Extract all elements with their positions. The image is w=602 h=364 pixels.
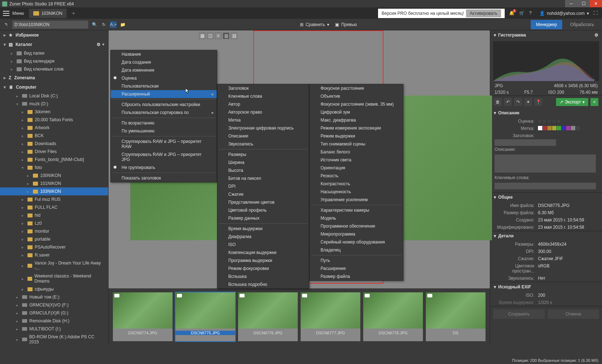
menu-item[interactable]: Электронная цифровая подпись <box>217 124 309 132</box>
folder-tree-item[interactable]: ▸Artwork <box>0 124 108 132</box>
menu-item[interactable]: Режим измерения экспозиции <box>310 124 403 132</box>
menu-item[interactable]: Вспышка <box>217 272 309 280</box>
exif-header[interactable]: ▾Исходный EXIF <box>490 282 602 292</box>
folder-tree-item[interactable]: ▸Vance Joy - Dream Your Life Away -... <box>0 259 108 272</box>
menu-item[interactable]: Сжатие <box>217 190 309 198</box>
tools-icon[interactable]: ✦ <box>524 98 532 106</box>
plus-icon[interactable]: + <box>102 42 105 47</box>
thumbnail[interactable]: DSCN8774.JPG <box>113 292 173 341</box>
search-icon[interactable]: 🔍 <box>91 21 98 28</box>
menu-item[interactable]: Показать заголовок <box>111 174 217 182</box>
catalog-item[interactable]: ▸Вид ключевых слов <box>0 65 108 73</box>
menu-item[interactable]: Не группировать <box>111 164 217 172</box>
menu-item[interactable]: Дата создания <box>111 58 217 66</box>
hamburger-icon[interactable] <box>3 11 9 16</box>
menu-item[interactable]: Цифровой зум <box>310 108 403 116</box>
folder-tree-item[interactable]: ▸GRMCEN(X)VO (F:) <box>0 301 108 309</box>
rating-stars[interactable]: ☆☆☆☆☆ <box>538 119 561 124</box>
folder-tree-item[interactable]: ▸3domen <box>0 108 108 116</box>
menu-item[interactable]: Баланс белого <box>310 148 403 156</box>
viewmode-tiles-icon[interactable]: ▧ <box>231 33 237 39</box>
sort-button[interactable]: A↓▾ <box>110 21 116 28</box>
folder-tree-item[interactable]: ▸portable <box>0 235 108 243</box>
menu-item[interactable]: Модель <box>310 214 403 222</box>
menu-item[interactable]: Компенсация выдержки <box>217 249 309 257</box>
catalog-item[interactable]: ▸Вид папки <box>0 49 108 57</box>
menu-item[interactable]: Источник света <box>310 156 403 164</box>
menu-item[interactable]: Ширина <box>217 158 309 166</box>
menu-item[interactable]: Программное обеспечение <box>310 222 403 230</box>
thumbnail[interactable]: DS <box>426 292 486 341</box>
folder-tree-item[interactable]: ▸PSAutoRecover <box>0 243 108 251</box>
process-mode-button[interactable]: Обработать <box>565 20 599 29</box>
menu-item[interactable]: Программа выдержки <box>217 257 309 264</box>
favorites-group[interactable]: ▸★ Избранное <box>0 30 108 40</box>
menu-item[interactable]: Сгруппировать RAW и JPG – приоритет JPG <box>111 151 217 164</box>
menu-item[interactable]: Пользовательская <box>111 82 217 90</box>
rotate-right-icon[interactable]: ↷ <box>514 98 522 106</box>
folder-tree-item[interactable]: ▸Local Disk (C:) <box>0 92 108 100</box>
menu-item[interactable]: Владелец <box>310 246 403 254</box>
menu-button[interactable]: Меню <box>12 11 24 16</box>
menu-item[interactable]: Объектив <box>310 92 403 100</box>
menu-item[interactable]: Автор <box>217 100 309 108</box>
cancel-button[interactable]: Отмена <box>548 309 599 319</box>
folder-tree-item[interactable]: ▸Ful muz RUS <box>0 195 108 203</box>
menu-item[interactable]: Ключевые слова <box>217 92 309 100</box>
menu-item[interactable]: Контрастность <box>310 180 403 188</box>
menu-item[interactable]: DPI <box>217 182 309 190</box>
menu-item[interactable]: Оценка <box>111 74 217 82</box>
keywords-input[interactable] <box>495 183 596 189</box>
menu-item[interactable]: Сгруппировать RAW и JPG – приоритет RAW <box>111 137 217 151</box>
details-header[interactable]: ▾Детали <box>490 231 602 241</box>
help-icon[interactable]: ? <box>529 10 535 16</box>
gear-icon[interactable]: ⚙ <box>594 33 598 38</box>
menu-item[interactable]: Размер файла <box>310 272 403 280</box>
folder-tree-item[interactable]: ▸GRMCULF(X)R (G:) <box>0 309 108 317</box>
menu-item[interactable]: Тип снимаемой сцены <box>310 140 403 148</box>
menu-item[interactable]: Макс. диафрагма <box>310 116 403 124</box>
menu-item[interactable]: Название <box>111 50 217 58</box>
description-textarea[interactable] <box>495 155 596 173</box>
menu-item[interactable]: По возрастанию <box>111 119 217 127</box>
folder-tree-item[interactable]: ▸hid <box>0 211 108 219</box>
viewmode-list-icon[interactable]: ≡ <box>215 33 221 39</box>
preview-button[interactable]: ▣ Превью <box>335 22 357 27</box>
menu-item[interactable]: Размер данных <box>217 214 309 222</box>
folder-tree-item[interactable]: ▸20.000 Tattoo Fonts <box>0 116 108 124</box>
folder-tree-item[interactable]: ▸Removable Disk (H:) <box>0 317 108 325</box>
menu-item[interactable]: Расширение <box>310 264 403 272</box>
thumbnail[interactable]: DSCN8776.JPG <box>238 292 298 341</box>
folder-tree-item[interactable]: ▸Driver Files <box>0 148 108 156</box>
catalog-item[interactable]: ▸Вид календаря <box>0 57 108 65</box>
folder-tree-item[interactable]: ▾muzk (D:) <box>0 100 108 108</box>
menu-item[interactable]: Режим выдержки <box>310 132 403 140</box>
folder-tree-item[interactable]: ▸Новый том (E:) <box>0 293 108 301</box>
thumbnail[interactable]: DSCN8777.JPG <box>301 292 360 341</box>
menu-item[interactable]: Дата изменения <box>111 66 217 74</box>
histogram-header[interactable]: ▾Гистограмма⚙ <box>490 30 602 40</box>
folder-tree-item[interactable]: ▸FULL FLAC <box>0 203 108 211</box>
menu-item[interactable]: Ориентация <box>310 164 403 172</box>
export-button[interactable]: ↗ Экспорт ▾ <box>556 98 588 106</box>
folder-tree-item[interactable]: ▾foto <box>0 164 108 172</box>
menu-item[interactable]: Описание <box>217 132 309 140</box>
folder-tree-item[interactable]: ▸Weekend classics - Weekend Dreams <box>0 272 108 285</box>
menu-item[interactable]: Серийный номер оборудования <box>310 238 403 246</box>
menu-item[interactable]: Режим фокусировки <box>217 264 309 272</box>
account-menu[interactable]: 👤 nohdd@yahoo.com ▾ <box>539 11 589 16</box>
menu-item[interactable]: Управление усилением <box>310 196 403 204</box>
menu-item[interactable]: Фокусное расстояние (эквив. 35 мм) <box>310 100 403 108</box>
menu-item[interactable]: Заголовок <box>217 84 309 92</box>
compare-button[interactable]: ⊞ Сравнить ▾ <box>300 22 329 27</box>
menu-item[interactable]: Пользовательская сортировка по▸ <box>111 109 217 117</box>
fullscreen-icon[interactable]: ⛶ <box>593 10 599 16</box>
menu-item[interactable]: ISO <box>217 241 309 249</box>
folder-tree-item[interactable]: ▸101NIKON <box>0 179 108 187</box>
folder-tree-item[interactable]: ▸сфыеуды <box>0 285 108 293</box>
menu-item[interactable]: Битов на пиксел <box>217 174 309 182</box>
cart-icon[interactable]: 🛒 <box>519 10 525 16</box>
menu-item[interactable]: Характеристики камеры <box>310 206 403 214</box>
viewmode-grid-icon[interactable]: ▦ <box>199 33 205 39</box>
bell-icon[interactable]: 🔔1 <box>509 10 515 16</box>
